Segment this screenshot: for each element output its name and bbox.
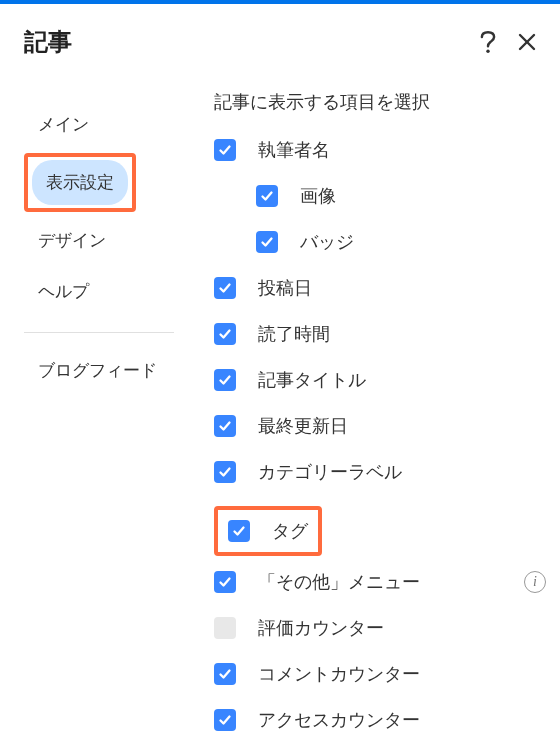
- checkbox-option-4[interactable]: [214, 323, 236, 345]
- sidebar-item-label: 表示設定: [46, 173, 114, 192]
- sidebar-item-label: デザイン: [38, 231, 106, 250]
- option-row: バッジ: [256, 230, 540, 254]
- option-label: 画像: [300, 184, 336, 208]
- checkbox-option-8[interactable]: [228, 520, 250, 542]
- sidebar-item-display-settings[interactable]: 表示設定: [32, 160, 128, 205]
- panel-title: 記事: [24, 26, 480, 58]
- checkbox-option-2[interactable]: [256, 231, 278, 253]
- sidebar-item-label: メイン: [38, 115, 89, 134]
- checkbox-option-11[interactable]: [214, 663, 236, 685]
- sidebar-divider: [24, 332, 174, 333]
- option-row: カテゴリーラベル: [214, 460, 540, 484]
- option-row: 画像: [256, 184, 540, 208]
- option-row: 投稿日: [214, 276, 540, 300]
- options-list: 執筆者名画像バッジ投稿日読了時間記事タイトル最終更新日カテゴリーラベルタグ「その…: [214, 138, 540, 742]
- close-icon[interactable]: [518, 33, 536, 51]
- checkbox-option-7[interactable]: [214, 461, 236, 483]
- option-row: コメントカウンター: [214, 662, 540, 686]
- option-label: カテゴリーラベル: [258, 460, 402, 484]
- option-label: 「その他」メニュー: [258, 570, 420, 594]
- checkbox-option-5[interactable]: [214, 369, 236, 391]
- sidebar-item-label: ブログフィード: [38, 361, 157, 380]
- checkbox-option-10[interactable]: [214, 617, 236, 639]
- help-icon[interactable]: [480, 31, 496, 53]
- checkbox-option-9[interactable]: [214, 571, 236, 593]
- option-row: 評価カウンター: [214, 616, 540, 640]
- option-row: 読了時間: [214, 322, 540, 346]
- sidebar-item-main[interactable]: メイン: [24, 102, 104, 147]
- option-label: 読了時間: [258, 322, 330, 346]
- option-label: 投稿日: [258, 276, 312, 300]
- option-label: 最終更新日: [258, 414, 348, 438]
- option-row: 最終更新日: [214, 414, 540, 438]
- checkbox-option-12[interactable]: [214, 709, 236, 731]
- checkbox-option-6[interactable]: [214, 415, 236, 437]
- sidebar-item-blog-feed[interactable]: ブログフィード: [24, 351, 188, 390]
- option-label: タグ: [272, 519, 308, 543]
- option-label: 執筆者名: [258, 138, 330, 162]
- option-label: 記事タイトル: [258, 368, 366, 392]
- sidebar-item-help[interactable]: ヘルプ: [24, 269, 104, 314]
- main-area: 記事に表示する項目を選択 執筆者名画像バッジ投稿日読了時間記事タイトル最終更新日…: [200, 86, 560, 742]
- option-row: 執筆者名: [214, 138, 540, 162]
- checkbox-option-3[interactable]: [214, 277, 236, 299]
- section-title: 記事に表示する項目を選択: [214, 90, 540, 114]
- svg-point-0: [486, 49, 489, 52]
- option-row: アクセスカウンター: [214, 708, 540, 732]
- sidebar-item-label: ヘルプ: [38, 282, 89, 301]
- checkbox-option-0[interactable]: [214, 139, 236, 161]
- option-label: 評価カウンター: [258, 616, 384, 640]
- sidebar: メイン 表示設定 デザイン ヘルプ ブログフィード: [0, 86, 200, 742]
- highlight-tag-option: タグ: [214, 506, 322, 556]
- header-actions: [480, 31, 536, 53]
- option-label: コメントカウンター: [258, 662, 420, 686]
- checkbox-option-1[interactable]: [256, 185, 278, 207]
- option-row: 記事タイトル: [214, 368, 540, 392]
- panel-header: 記事: [0, 4, 560, 78]
- panel-content: メイン 表示設定 デザイン ヘルプ ブログフィード 記事に表示する項目を選択 執…: [0, 78, 560, 742]
- option-label: バッジ: [300, 230, 354, 254]
- highlight-display-settings: 表示設定: [24, 153, 136, 212]
- sidebar-item-design[interactable]: デザイン: [24, 218, 120, 263]
- info-icon[interactable]: i: [524, 571, 546, 593]
- option-row: 「その他」メニューi: [214, 570, 540, 594]
- option-label: アクセスカウンター: [258, 708, 420, 732]
